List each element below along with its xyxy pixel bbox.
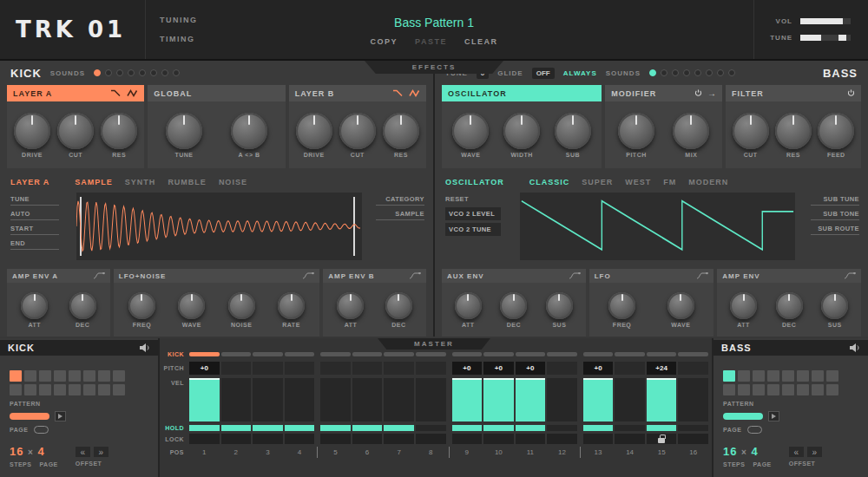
pattern-cell[interactable]: [782, 384, 794, 395]
pattern-cell[interactable]: [797, 384, 809, 395]
knob-cut[interactable]: [339, 113, 376, 149]
seq-step-lock[interactable]: [547, 434, 577, 444]
seq-step-hold[interactable]: [189, 425, 220, 431]
global-header[interactable]: GLOBAL: [148, 85, 285, 101]
editor-tab-sample[interactable]: SAMPLE: [75, 178, 113, 186]
knob-pitch[interactable]: [618, 113, 654, 149]
knob-tune[interactable]: [166, 113, 202, 149]
seq-step-vel[interactable]: [221, 378, 252, 421]
tab-master[interactable]: MASTER: [378, 338, 490, 350]
seq-step-hold[interactable]: [678, 425, 708, 431]
seq-step-hold[interactable]: [516, 425, 546, 431]
knob-dec[interactable]: [500, 292, 527, 319]
pattern-cell[interactable]: [812, 384, 824, 395]
param-sample[interactable]: SAMPLE: [376, 210, 424, 220]
editor-tab-west[interactable]: WEST: [625, 178, 651, 186]
seq-step-pitch[interactable]: [253, 362, 283, 375]
layer-b-header[interactable]: LAYER B: [289, 85, 426, 101]
kick-mute-speaker-icon[interactable]: [140, 343, 150, 352]
seq-step-vel[interactable]: [285, 378, 315, 421]
paste-button[interactable]: PASTE: [415, 37, 447, 46]
param-reset[interactable]: RESET: [445, 195, 494, 205]
knob-res[interactable]: [775, 113, 812, 149]
bass-pattern-play-button[interactable]: [768, 411, 779, 421]
lfo-noise-header[interactable]: LFO+NOISE: [114, 269, 320, 283]
pattern-cell[interactable]: [39, 370, 51, 382]
pattern-cell[interactable]: [83, 370, 95, 382]
editor-tab-noise[interactable]: NOISE: [219, 178, 247, 186]
seq-step-hold[interactable]: [416, 425, 446, 431]
glide-always-toggle[interactable]: ALWAYS: [563, 69, 597, 77]
knob-dec[interactable]: [776, 292, 803, 319]
bass-waveform-display[interactable]: [520, 193, 795, 260]
seq-step-hold[interactable]: [253, 425, 283, 431]
bass-offset-right-button[interactable]: »: [807, 447, 822, 457]
kick-page-loop-icon[interactable]: [34, 426, 49, 434]
seq-step-pitch[interactable]: +0: [516, 362, 546, 375]
knob-dec[interactable]: [385, 292, 412, 319]
seq-step-lock[interactable]: [253, 434, 283, 444]
editor-tab-super[interactable]: SUPER: [582, 178, 613, 186]
seq-step-lock[interactable]: [516, 434, 546, 444]
aux-env-header[interactable]: AUX ENV: [442, 269, 586, 283]
lfo-header[interactable]: LFO: [589, 269, 714, 283]
seq-step-kick[interactable]: [452, 352, 483, 356]
pattern-cell[interactable]: [738, 384, 750, 395]
kick-waveform-display[interactable]: [76, 193, 362, 260]
pattern-cell[interactable]: [10, 384, 22, 395]
param-vco-2-level[interactable]: VCO 2 LEVEL: [445, 207, 501, 220]
seq-step-kick[interactable]: [678, 352, 708, 356]
copy-button[interactable]: COPY: [371, 37, 398, 46]
seq-step-vel[interactable]: [452, 378, 483, 421]
knob-res[interactable]: [101, 113, 137, 149]
seq-step-kick[interactable]: [516, 352, 546, 356]
seq-step-pitch[interactable]: +0: [189, 362, 220, 375]
seq-step-lock[interactable]: [285, 434, 315, 444]
knob-freq[interactable]: [608, 292, 635, 319]
seq-step-kick[interactable]: [483, 352, 514, 356]
knob-sus[interactable]: [821, 292, 848, 319]
sound-slot-dot[interactable]: [661, 69, 667, 76]
pattern-cell[interactable]: [723, 384, 735, 395]
seq-step-pitch[interactable]: [615, 362, 645, 375]
seq-step-kick[interactable]: [285, 352, 315, 356]
seq-step-hold[interactable]: [583, 425, 614, 431]
seq-step-vel[interactable]: [647, 378, 677, 421]
knob-wave[interactable]: [452, 113, 489, 149]
master-tune-slider[interactable]: [800, 35, 851, 41]
seq-step-kick[interactable]: [352, 352, 383, 356]
seq-step-lock[interactable]: [189, 434, 220, 444]
seq-step-hold[interactable]: [647, 425, 677, 431]
param-sub-tone[interactable]: SUB TONE: [811, 210, 859, 220]
pattern-cell[interactable]: [98, 370, 110, 382]
seq-step-lock[interactable]: [221, 434, 252, 444]
seq-step-vel[interactable]: [384, 378, 414, 421]
seq-step-kick[interactable]: [221, 352, 252, 356]
timing-button[interactable]: TIMING: [160, 35, 250, 43]
pattern-cell[interactable]: [69, 370, 81, 382]
seq-step-lock[interactable]: [615, 434, 645, 444]
seq-step-hold[interactable]: [285, 425, 315, 431]
seq-step-lock[interactable]: [678, 434, 708, 444]
clear-button[interactable]: CLEAR: [464, 37, 498, 46]
seq-step-kick[interactable]: [547, 352, 577, 356]
pattern-cell[interactable]: [69, 384, 81, 395]
seq-step-kick[interactable]: [416, 352, 446, 356]
param-sub-tune[interactable]: SUB TUNE: [811, 195, 859, 206]
param-tune[interactable]: TUNE: [10, 195, 59, 206]
pattern-cell[interactable]: [83, 384, 95, 395]
seq-step-vel[interactable]: [678, 378, 708, 421]
seq-step-vel[interactable]: [516, 378, 546, 421]
tuning-button[interactable]: TUNING: [160, 16, 250, 24]
seq-step-vel[interactable]: [189, 378, 220, 421]
modifier-header[interactable]: MODIFIER →: [605, 85, 722, 101]
knob-sus[interactable]: [546, 292, 573, 319]
sound-slot-dot[interactable]: [683, 69, 690, 76]
editor-tab-rumble[interactable]: RUMBLE: [168, 178, 207, 186]
pattern-name[interactable]: Bass Pattern 1: [394, 16, 474, 29]
pattern-cell[interactable]: [826, 384, 838, 395]
sound-slot-dot[interactable]: [150, 69, 157, 76]
seq-step-lock[interactable]: [416, 434, 446, 444]
seq-step-pitch[interactable]: +0: [452, 362, 483, 375]
knob-wave[interactable]: [178, 292, 205, 319]
